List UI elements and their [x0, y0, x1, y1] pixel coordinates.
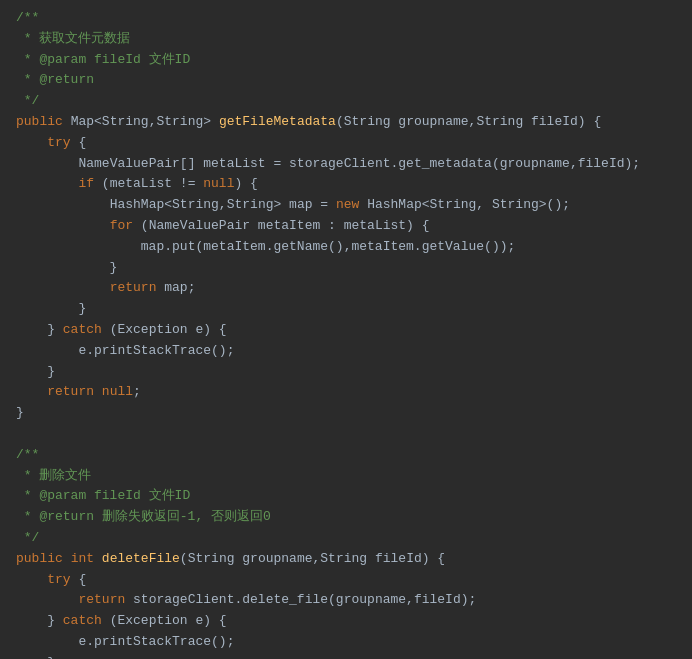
code-line: e.printStackTrace(); — [16, 341, 676, 362]
code-line: } — [16, 403, 676, 424]
code-line: } catch (Exception e) { — [16, 320, 676, 341]
code-line: map.put(metaItem.getName(),metaItem.getV… — [16, 237, 676, 258]
code-line: public int deleteFile(String groupname,S… — [16, 549, 676, 570]
code-line: if (metaList != null) { — [16, 174, 676, 195]
code-line: } — [16, 299, 676, 320]
code-line: for (NameValuePair metaItem : metaList) … — [16, 216, 676, 237]
code-line: * @param fileId 文件ID — [16, 486, 676, 507]
code-line: NameValuePair[] metaList = storageClient… — [16, 154, 676, 175]
code-line: */ — [16, 528, 676, 549]
code-line: * 获取文件元数据 — [16, 29, 676, 50]
code-line: public Map<String,String> getFileMetadat… — [16, 112, 676, 133]
code-line: } — [16, 362, 676, 383]
code-line — [16, 424, 676, 445]
code-line: return null; — [16, 382, 676, 403]
code-line: * 删除文件 — [16, 466, 676, 487]
code-line: e.printStackTrace(); — [16, 632, 676, 653]
code-line: /** — [16, 8, 676, 29]
code-line: try { — [16, 570, 676, 591]
code-line: /** — [16, 445, 676, 466]
code-line: HashMap<String,String> map = new HashMap… — [16, 195, 676, 216]
code-line: } — [16, 258, 676, 279]
code-editor: /** * 获取文件元数据 * @param fileId 文件ID * @re… — [0, 0, 692, 659]
code-line: return map; — [16, 278, 676, 299]
code-line: * @return 删除失败返回-1, 否则返回0 — [16, 507, 676, 528]
code-line: * @return — [16, 70, 676, 91]
code-line: } — [16, 653, 676, 659]
code-line: */ — [16, 91, 676, 112]
code-line: * @param fileId 文件ID — [16, 50, 676, 71]
code-line: try { — [16, 133, 676, 154]
code-line: } catch (Exception e) { — [16, 611, 676, 632]
code-line: return storageClient.delete_file(groupna… — [16, 590, 676, 611]
